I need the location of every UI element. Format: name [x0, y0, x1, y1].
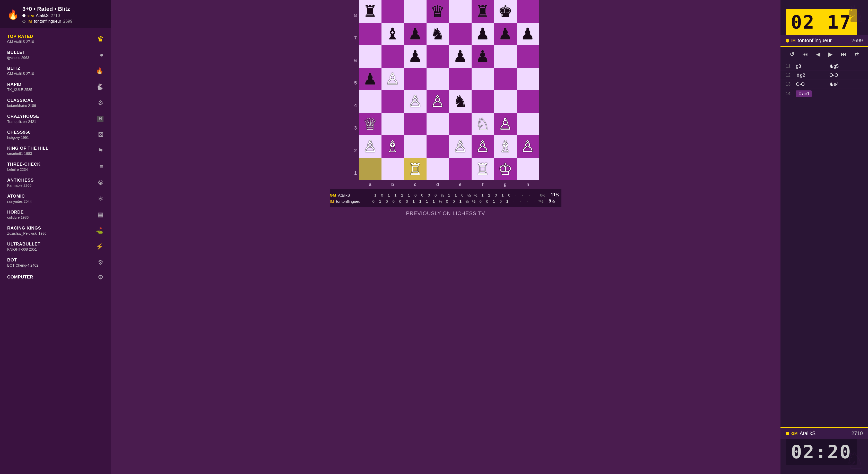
- prev-move-button[interactable]: ◀: [813, 50, 823, 59]
- piece-g7: ♟: [498, 25, 513, 43]
- flip-button[interactable]: ⇄: [852, 50, 862, 59]
- cell-f3[interactable]: ♘: [472, 113, 494, 136]
- cell-h1[interactable]: [517, 158, 539, 181]
- sidebar-item-ultrabullet[interactable]: ULTRABULLETKNIGHT-008 2051 ⚡: [0, 239, 111, 255]
- cell-c4[interactable]: ♙: [404, 90, 427, 113]
- cell-e7[interactable]: [449, 23, 472, 45]
- cell-b8[interactable]: [381, 0, 404, 23]
- cell-d4[interactable]: ♙: [427, 90, 449, 113]
- cell-f4[interactable]: [472, 90, 494, 113]
- cell-g4[interactable]: [494, 90, 517, 113]
- next-move-button[interactable]: ▶: [826, 50, 835, 59]
- cell-f2[interactable]: ♙: [472, 135, 494, 158]
- cell-d6[interactable]: [427, 45, 449, 68]
- sidebar-item-bot[interactable]: BOTBOT Cheng-4 2402 ⚙: [0, 255, 111, 270]
- cell-a1[interactable]: [359, 158, 381, 181]
- move-controls[interactable]: ↺ ⏮ ◀ ▶ ⏭ ⇄: [780, 47, 868, 62]
- move-row-12[interactable]: 12 ♗g2 O-O: [780, 71, 868, 80]
- chess-board[interactable]: ♜♛♜♚♝♟♞♟♟♟♟♟♟♟♙♙♙♞♕♘♙♙♗♙♙♗♙♖♖♔: [359, 0, 539, 180]
- cell-e6[interactable]: ♟: [449, 45, 472, 68]
- sidebar-item-bullet[interactable]: BULLETtjychess 2963 ●: [0, 47, 111, 63]
- cell-c2[interactable]: [404, 135, 427, 158]
- cell-f6[interactable]: ♟: [472, 45, 494, 68]
- cell-c6[interactable]: ♟: [404, 45, 427, 68]
- sidebar-item-blitz[interactable]: BLITZGM AtalikS 2710 🔥: [0, 63, 111, 79]
- cell-a8[interactable]: ♜: [359, 0, 381, 23]
- cell-a6[interactable]: [359, 45, 381, 68]
- cell-e4[interactable]: ♞: [449, 90, 472, 113]
- cell-b6[interactable]: [381, 45, 404, 68]
- cell-g6[interactable]: [494, 45, 517, 68]
- cell-d8[interactable]: ♛: [427, 0, 449, 23]
- cell-g5[interactable]: [494, 68, 517, 90]
- sidebar-item-chess960[interactable]: CHESS960hutgovy 1991 ⚄: [0, 127, 111, 143]
- cell-e3[interactable]: [449, 113, 472, 136]
- sidebar-item-top-rated[interactable]: TOP RATED GM AtalikS 2710 ♛: [0, 31, 111, 47]
- cell-h5[interactable]: [517, 68, 539, 90]
- cell-g1[interactable]: ♔: [494, 158, 517, 181]
- cell-b7[interactable]: ♝: [381, 23, 404, 45]
- cell-a3[interactable]: ♕: [359, 113, 381, 136]
- move-row-13[interactable]: 13 O-O ♞e4: [780, 80, 868, 89]
- cell-b5[interactable]: ♙: [381, 68, 404, 90]
- move-row-11[interactable]: 11 g3 ♞g5: [780, 62, 868, 71]
- cell-b3[interactable]: [381, 113, 404, 136]
- cell-c7[interactable]: ♟: [404, 23, 427, 45]
- cell-e1[interactable]: [449, 158, 472, 181]
- sidebar-item-crazyhouse[interactable]: CRAZYHOUSETranquilizerr 2421 H: [0, 111, 111, 127]
- player1-row: GM AtalikS 2710: [22, 13, 72, 18]
- cell-g8[interactable]: ♚: [494, 0, 517, 23]
- cell-d5[interactable]: [427, 68, 449, 90]
- cell-d3[interactable]: [427, 113, 449, 136]
- cell-e5[interactable]: [449, 68, 472, 90]
- sidebar-item-threecheck[interactable]: THREE-CHECKLeleilre 2234 ≡: [0, 159, 111, 175]
- sidebar-item-horde[interactable]: HORDEcolidyre 1986 ▦: [0, 207, 111, 223]
- cell-e8[interactable]: [449, 0, 472, 23]
- cell-b4[interactable]: [381, 90, 404, 113]
- sidebar-item-classical[interactable]: CLASSICALketanrkhaire 2189 ⚙: [0, 95, 111, 111]
- cell-a2[interactable]: ♙: [359, 135, 381, 158]
- cell-e2[interactable]: ♙: [449, 135, 472, 158]
- cell-c1[interactable]: ♖: [404, 158, 427, 181]
- cell-h3[interactable]: [517, 113, 539, 136]
- cell-h8[interactable]: [517, 0, 539, 23]
- cell-f8[interactable]: ♜: [472, 0, 494, 23]
- piece-c1: ♖: [408, 160, 423, 179]
- cell-f1[interactable]: ♖: [472, 158, 494, 181]
- sidebar-item-computer[interactable]: COMPUTER ⚙: [0, 270, 111, 284]
- cell-d1[interactable]: [427, 158, 449, 181]
- sync-button[interactable]: ↺: [787, 50, 797, 59]
- cell-a7[interactable]: [359, 23, 381, 45]
- cell-d7[interactable]: ♞: [427, 23, 449, 45]
- score-area: GM AtalikS 1 0 1 1 1 1 0 0 0 0 ½ 1 1 0 ½: [330, 189, 561, 207]
- cell-c3[interactable]: [404, 113, 427, 136]
- cell-a5[interactable]: ♟: [359, 68, 381, 90]
- sidebar-item-rapid[interactable]: RAPIDTK_KULE 2585 🐇: [0, 79, 111, 95]
- cell-f7[interactable]: ♟: [472, 23, 494, 45]
- cell-f5[interactable]: [472, 68, 494, 90]
- cell-h4[interactable]: [517, 90, 539, 113]
- cell-h2[interactable]: ♙: [517, 135, 539, 158]
- cell-h6[interactable]: [517, 45, 539, 68]
- first-move-button[interactable]: ⏮: [800, 50, 811, 59]
- move-row-14[interactable]: 14 ♖ac1: [780, 89, 868, 99]
- cell-h7[interactable]: ♟: [517, 23, 539, 45]
- file-labels: a b c d e f g h: [359, 180, 539, 189]
- sidebar-item-atomic[interactable]: ATOMICrainynites 2044 ⚛: [0, 190, 111, 207]
- cell-a4[interactable]: [359, 90, 381, 113]
- cell-c8[interactable]: [404, 0, 427, 23]
- sidebar-item-racingkings[interactable]: RACING KINGSZdzislaw_Pelowski 1930 ⛳: [0, 223, 111, 239]
- score-row-1: GM AtalikS 1 0 1 1 1 1 0 0 0 0 ½ 1 1 0 ½: [330, 192, 561, 198]
- piece-e6: ♟: [453, 47, 467, 66]
- sidebar-item-antichess[interactable]: ANTICHESSFarmable 2266 ☯: [0, 175, 111, 190]
- cell-d2[interactable]: [427, 135, 449, 158]
- cell-g2[interactable]: ♗: [494, 135, 517, 158]
- cell-c5[interactable]: [404, 68, 427, 90]
- sidebar-item-kingofhill[interactable]: KING OF THE HILLcmartin91 1983 ⚑: [0, 143, 111, 159]
- cell-b2[interactable]: ♗: [381, 135, 404, 158]
- cell-g3[interactable]: ♙: [494, 113, 517, 136]
- last-move-button[interactable]: ⏭: [838, 50, 849, 59]
- cell-b1[interactable]: [381, 158, 404, 181]
- cell-g7[interactable]: ♟: [494, 23, 517, 45]
- sidebar-list: TOP RATED GM AtalikS 2710 ♛ BULLETtjyche…: [0, 28, 111, 474]
